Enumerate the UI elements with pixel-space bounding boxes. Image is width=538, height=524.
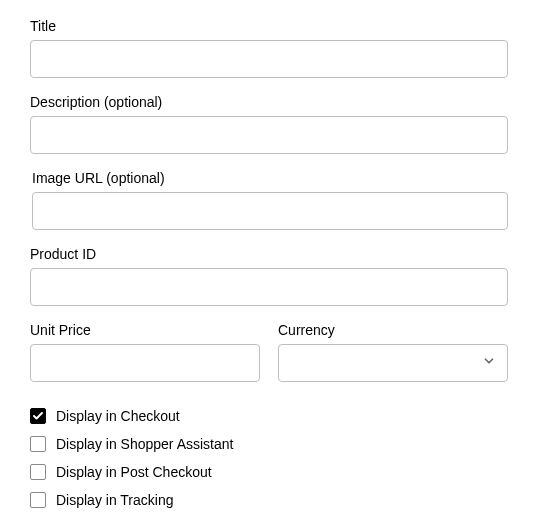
checkbox-checkout-label: Display in Checkout: [56, 408, 180, 424]
description-field: Description (optional): [30, 94, 508, 154]
description-label: Description (optional): [30, 94, 508, 110]
checkbox-checkout[interactable]: [30, 408, 46, 424]
unit-price-field: Unit Price: [30, 322, 260, 382]
checkbox-tracking-label: Display in Tracking: [56, 492, 174, 508]
unit-price-label: Unit Price: [30, 322, 260, 338]
checkbox-shopper-assistant-row[interactable]: Display in Shopper Assistant: [30, 430, 508, 458]
checkbox-post-checkout-label: Display in Post Checkout: [56, 464, 212, 480]
checkbox-shopper-assistant-label: Display in Shopper Assistant: [56, 436, 233, 452]
product-id-label: Product ID: [30, 246, 508, 262]
checkbox-tracking-row[interactable]: Display in Tracking: [30, 486, 508, 514]
checkbox-tracking[interactable]: [30, 492, 46, 508]
checkbox-checkout-row[interactable]: Display in Checkout: [30, 402, 508, 430]
currency-field: Currency: [278, 322, 508, 382]
unit-price-input[interactable]: [30, 344, 260, 382]
product-id-field: Product ID: [30, 246, 508, 306]
product-form: Title Description (optional) Image URL (…: [30, 18, 508, 514]
checkmark-icon: [32, 410, 44, 422]
product-id-input[interactable]: [30, 268, 508, 306]
image-url-input[interactable]: [32, 192, 508, 230]
currency-select[interactable]: [278, 344, 508, 382]
title-field: Title: [30, 18, 508, 78]
currency-label: Currency: [278, 322, 508, 338]
description-input[interactable]: [30, 116, 508, 154]
display-options: Display in Checkout Display in Shopper A…: [30, 402, 508, 514]
image-url-label: Image URL (optional): [32, 170, 508, 186]
checkbox-post-checkout-row[interactable]: Display in Post Checkout: [30, 458, 508, 486]
image-url-field: Image URL (optional): [30, 170, 508, 230]
title-input[interactable]: [30, 40, 508, 78]
checkbox-post-checkout[interactable]: [30, 464, 46, 480]
title-label: Title: [30, 18, 508, 34]
checkbox-shopper-assistant[interactable]: [30, 436, 46, 452]
